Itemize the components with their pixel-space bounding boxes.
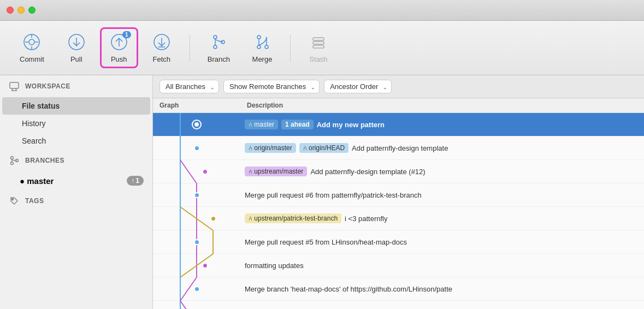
stash-label: Stash <box>309 55 327 63</box>
minimize-button[interactable] <box>17 7 25 14</box>
commit-msg-8: Merge branch 'heat-map-docs' of https://… <box>245 285 452 293</box>
toolbar: Commit Pull 1 Push Fetch <box>0 21 644 75</box>
order-filter-wrapper[interactable]: Ancestor Order Date Order Ancestor Order <box>324 80 392 93</box>
title-bar <box>0 0 644 21</box>
pull-icon <box>67 32 86 52</box>
commit-row-6[interactable]: Merge pull request #5 from LHinson/heat-… <box>153 230 644 254</box>
branch-label: Branch <box>208 55 230 63</box>
workspace-icon <box>9 81 20 92</box>
graph-col-8 <box>153 277 240 300</box>
commit-icon <box>22 32 42 52</box>
desc-col-5: ⑃ upstream/patrick-test-branch i <3 patt… <box>240 211 644 225</box>
stash-icon <box>309 32 328 52</box>
sidebar-item-file-status[interactable]: File status <box>2 97 150 115</box>
pull-button[interactable]: Pull <box>57 28 96 68</box>
commit-msg-7: formatting updates <box>245 262 304 270</box>
commit-list: ⑃ master 1 ahead Add my new pattern ⑃ or… <box>153 113 644 309</box>
desc-col-1: ⑃ master 1 ahead Add my new pattern <box>240 117 644 132</box>
svg-rect-22 <box>313 38 324 40</box>
tag-origin-master: ⑃ origin/master <box>245 143 296 153</box>
sidebar: WORKSPACE File status History Search BRA… <box>0 75 153 309</box>
push-button[interactable]: 1 Push <box>100 27 138 68</box>
remote-filter-wrapper[interactable]: Show Remote Branches Hide Remote Branche… <box>223 80 320 93</box>
commit-row-4[interactable]: Merge pull request #6 from patternfly/pa… <box>153 183 644 207</box>
fetch-icon <box>152 32 172 52</box>
workspace-header: WORKSPACE <box>0 75 152 97</box>
maximize-button[interactable] <box>28 7 36 14</box>
commit-msg-1: Add my new pattern <box>317 121 385 129</box>
content-area: All Branches master origin/master All Br… <box>153 75 644 309</box>
fetch-label: Fetch <box>153 55 171 63</box>
graph-col-3 <box>153 160 240 183</box>
branch-filter-wrapper[interactable]: All Branches master origin/master All Br… <box>159 80 219 93</box>
desc-col-6: Merge pull request #5 from LHinson/heat-… <box>240 236 644 248</box>
graph-col-4 <box>153 183 240 206</box>
commit-row-8[interactable]: Merge branch 'heat-map-docs' of https://… <box>153 277 644 301</box>
graph-col-header: Graph <box>159 102 247 109</box>
branch-button[interactable]: Branch <box>199 28 239 68</box>
sidebar-item-history[interactable]: History <box>2 115 150 132</box>
commit-row-1[interactable]: ⑃ master 1 ahead Add my new pattern <box>153 113 644 136</box>
toolbar-sep-2 <box>290 34 291 62</box>
graph-col-6 <box>153 230 240 253</box>
svg-point-3 <box>29 39 34 45</box>
graph-col-2 <box>153 136 240 159</box>
tag-origin-head: ⑃ origin/HEAD <box>299 143 348 153</box>
desc-col-7: formatting updates <box>240 259 644 272</box>
fetch-button[interactable]: Fetch <box>143 28 181 68</box>
svg-point-14 <box>214 45 217 49</box>
merge-button[interactable]: Merge <box>243 28 281 68</box>
commit-msg-4: Merge pull request #6 from patternfly/pa… <box>245 191 422 199</box>
commit-button[interactable]: Commit <box>11 28 53 68</box>
graph-col-9 <box>153 301 240 309</box>
desc-col-8: Merge branch 'heat-map-docs' of https://… <box>240 283 644 295</box>
tag-1-ahead: 1 ahead <box>281 120 314 129</box>
sidebar-branch-master[interactable]: ● master 1 <box>0 171 152 190</box>
workspace-label: WORKSPACE <box>25 82 70 90</box>
close-button[interactable] <box>7 7 14 14</box>
branches-label: BRANCHES <box>25 157 64 164</box>
svg-point-29 <box>11 157 14 159</box>
graph-col-1 <box>153 113 240 136</box>
branch-master-badge: 1 <box>127 176 144 186</box>
desc-col-4: Merge pull request #6 from patternfly/pa… <box>240 189 644 201</box>
svg-rect-24 <box>313 45 324 48</box>
commit-row-2[interactable]: ⑃ origin/master ⑃ origin/HEAD Add patter… <box>153 136 644 160</box>
desc-col-2: ⑃ origin/master ⑃ origin/HEAD Add patter… <box>240 141 644 155</box>
stash-button[interactable]: Stash <box>299 28 338 68</box>
svg-point-33 <box>12 199 14 200</box>
tag-upstream-master: ⑃ upstream/master <box>245 167 307 176</box>
branch-icon <box>209 32 228 52</box>
commit-msg-5: i <3 patternfly <box>345 215 387 223</box>
commit-row-3[interactable]: ⑃ upstream/master Add patternfly-design … <box>153 160 644 183</box>
svg-point-17 <box>257 35 261 39</box>
commit-list-inner: ⑃ master 1 ahead Add my new pattern ⑃ or… <box>153 113 644 309</box>
merge-icon <box>252 32 272 52</box>
desc-col-9: trying to fix the callout1 <box>240 306 644 310</box>
commit-row-5[interactable]: ⑃ upstream/patrick-test-branch i <3 patt… <box>153 207 644 230</box>
tags-header: TAGS <box>0 190 152 212</box>
tags-label: TAGS <box>25 197 44 205</box>
traffic-lights <box>7 7 36 14</box>
commit-msg-2: Add patternfly-design template <box>352 144 448 152</box>
svg-point-30 <box>11 162 14 165</box>
commit-row-9[interactable]: trying to fix the callout1 <box>153 301 644 309</box>
sidebar-item-search[interactable]: Search <box>2 132 150 150</box>
push-label: Push <box>111 55 127 63</box>
tags-icon <box>9 195 20 206</box>
commit-row-7[interactable]: formatting updates <box>153 254 644 277</box>
svg-point-18 <box>257 45 261 49</box>
push-badge: 1 <box>122 31 131 38</box>
main-layout: WORKSPACE File status History Search BRA… <box>0 75 644 309</box>
branch-name-master: ● master <box>20 176 54 186</box>
toolbar-sep-1 <box>190 34 190 62</box>
filter-bar: All Branches master origin/master All Br… <box>153 75 644 98</box>
branches-header: BRANCHES <box>0 150 152 171</box>
pull-label: Pull <box>70 55 82 63</box>
desc-col-3: ⑃ upstream/master Add patternfly-design … <box>240 164 644 179</box>
graph-col-7 <box>153 254 240 277</box>
desc-col-header: Description <box>247 102 637 109</box>
graph-col-5 <box>153 207 240 230</box>
merge-label: Merge <box>252 55 273 63</box>
branches-icon <box>9 155 20 166</box>
